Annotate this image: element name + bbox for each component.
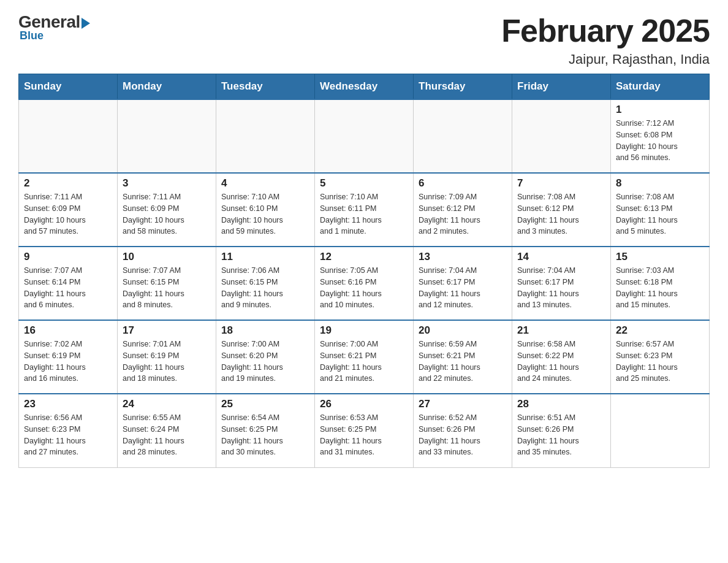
header-tuesday: Tuesday — [216, 74, 315, 100]
day-number: 9 — [24, 251, 112, 263]
day-info: Sunrise: 7:09 AM Sunset: 6:12 PM Dayligh… — [419, 191, 507, 237]
header-monday: Monday — [118, 74, 216, 100]
header-wednesday: Wednesday — [315, 74, 414, 100]
header-saturday: Saturday — [611, 74, 710, 100]
week-row-1: 1Sunrise: 7:12 AM Sunset: 6:08 PM Daylig… — [19, 99, 710, 173]
logo-blue-text: Blue — [20, 29, 44, 42]
header-thursday: Thursday — [414, 74, 512, 100]
day-info: Sunrise: 7:07 AM Sunset: 6:15 PM Dayligh… — [123, 265, 211, 311]
week-row-3: 9Sunrise: 7:07 AM Sunset: 6:14 PM Daylig… — [19, 247, 710, 320]
day-number: 4 — [221, 177, 309, 190]
table-row — [216, 99, 315, 173]
table-row — [315, 99, 414, 173]
day-info: Sunrise: 7:04 AM Sunset: 6:17 PM Dayligh… — [419, 265, 507, 311]
day-number: 2 — [24, 177, 112, 190]
table-row: 15Sunrise: 7:03 AM Sunset: 6:18 PM Dayli… — [611, 247, 710, 320]
day-info: Sunrise: 7:06 AM Sunset: 6:15 PM Dayligh… — [221, 265, 309, 311]
day-info: Sunrise: 7:12 AM Sunset: 6:08 PM Dayligh… — [616, 118, 704, 164]
day-number: 8 — [616, 177, 704, 190]
day-number: 11 — [221, 251, 309, 263]
day-number: 27 — [419, 398, 507, 410]
page-header: General Blue February 2025 Jaipur, Rajas… — [18, 12, 710, 67]
day-number: 17 — [123, 324, 211, 337]
table-row: 1Sunrise: 7:12 AM Sunset: 6:08 PM Daylig… — [611, 99, 710, 173]
day-info: Sunrise: 6:53 AM Sunset: 6:25 PM Dayligh… — [320, 412, 408, 458]
day-info: Sunrise: 6:55 AM Sunset: 6:24 PM Dayligh… — [123, 412, 211, 458]
day-info: Sunrise: 6:54 AM Sunset: 6:25 PM Dayligh… — [221, 412, 309, 458]
day-number: 22 — [616, 324, 704, 337]
header-sunday: Sunday — [19, 74, 118, 100]
day-info: Sunrise: 7:00 AM Sunset: 6:21 PM Dayligh… — [320, 339, 408, 385]
table-row — [611, 394, 710, 467]
logo: General Blue — [18, 12, 90, 42]
day-number: 14 — [517, 251, 605, 263]
table-row — [512, 99, 611, 173]
table-row: 27Sunrise: 6:52 AM Sunset: 6:26 PM Dayli… — [414, 394, 512, 467]
day-number: 21 — [517, 324, 605, 337]
day-info: Sunrise: 7:08 AM Sunset: 6:12 PM Dayligh… — [517, 191, 605, 237]
day-number: 24 — [123, 398, 211, 410]
calendar-title: February 2025 — [501, 12, 710, 49]
table-row: 12Sunrise: 7:05 AM Sunset: 6:16 PM Dayli… — [315, 247, 414, 320]
table-row — [118, 99, 216, 173]
table-row: 8Sunrise: 7:08 AM Sunset: 6:13 PM Daylig… — [611, 173, 710, 247]
table-row: 28Sunrise: 6:51 AM Sunset: 6:26 PM Dayli… — [512, 394, 611, 467]
title-block: February 2025 Jaipur, Rajasthan, India — [501, 12, 710, 67]
table-row: 22Sunrise: 6:57 AM Sunset: 6:23 PM Dayli… — [611, 320, 710, 394]
table-row: 21Sunrise: 6:58 AM Sunset: 6:22 PM Dayli… — [512, 320, 611, 394]
day-number: 20 — [419, 324, 507, 337]
day-info: Sunrise: 6:57 AM Sunset: 6:23 PM Dayligh… — [616, 339, 704, 385]
table-row: 26Sunrise: 6:53 AM Sunset: 6:25 PM Dayli… — [315, 394, 414, 467]
table-row: 20Sunrise: 6:59 AM Sunset: 6:21 PM Dayli… — [414, 320, 512, 394]
day-number: 23 — [24, 398, 112, 410]
day-info: Sunrise: 7:05 AM Sunset: 6:16 PM Dayligh… — [320, 265, 408, 311]
day-info: Sunrise: 7:07 AM Sunset: 6:14 PM Dayligh… — [24, 265, 112, 311]
day-info: Sunrise: 6:59 AM Sunset: 6:21 PM Dayligh… — [419, 339, 507, 385]
day-number: 6 — [419, 177, 507, 190]
table-row: 23Sunrise: 6:56 AM Sunset: 6:23 PM Dayli… — [19, 394, 118, 467]
day-info: Sunrise: 6:56 AM Sunset: 6:23 PM Dayligh… — [24, 412, 112, 458]
day-number: 13 — [419, 251, 507, 263]
table-row: 24Sunrise: 6:55 AM Sunset: 6:24 PM Dayli… — [118, 394, 216, 467]
table-row: 17Sunrise: 7:01 AM Sunset: 6:19 PM Dayli… — [118, 320, 216, 394]
week-row-2: 2Sunrise: 7:11 AM Sunset: 6:09 PM Daylig… — [19, 173, 710, 247]
day-info: Sunrise: 7:08 AM Sunset: 6:13 PM Dayligh… — [616, 191, 704, 237]
table-row: 13Sunrise: 7:04 AM Sunset: 6:17 PM Dayli… — [414, 247, 512, 320]
day-info: Sunrise: 7:11 AM Sunset: 6:09 PM Dayligh… — [24, 191, 112, 237]
table-row: 2Sunrise: 7:11 AM Sunset: 6:09 PM Daylig… — [19, 173, 118, 247]
table-row: 11Sunrise: 7:06 AM Sunset: 6:15 PM Dayli… — [216, 247, 315, 320]
day-info: Sunrise: 7:04 AM Sunset: 6:17 PM Dayligh… — [517, 265, 605, 311]
day-number: 5 — [320, 177, 408, 190]
table-row: 4Sunrise: 7:10 AM Sunset: 6:10 PM Daylig… — [216, 173, 315, 247]
week-row-4: 16Sunrise: 7:02 AM Sunset: 6:19 PM Dayli… — [19, 320, 710, 394]
table-row: 6Sunrise: 7:09 AM Sunset: 6:12 PM Daylig… — [414, 173, 512, 247]
day-number: 26 — [320, 398, 408, 410]
day-number: 18 — [221, 324, 309, 337]
table-row: 5Sunrise: 7:10 AM Sunset: 6:11 PM Daylig… — [315, 173, 414, 247]
day-info: Sunrise: 6:58 AM Sunset: 6:22 PM Dayligh… — [517, 339, 605, 385]
day-info: Sunrise: 7:11 AM Sunset: 6:09 PM Dayligh… — [123, 191, 211, 237]
table-row — [414, 99, 512, 173]
day-info: Sunrise: 7:03 AM Sunset: 6:18 PM Dayligh… — [616, 265, 704, 311]
table-row: 10Sunrise: 7:07 AM Sunset: 6:15 PM Dayli… — [118, 247, 216, 320]
day-number: 16 — [24, 324, 112, 337]
day-number: 3 — [123, 177, 211, 190]
table-row: 16Sunrise: 7:02 AM Sunset: 6:19 PM Dayli… — [19, 320, 118, 394]
day-number: 12 — [320, 251, 408, 263]
day-number: 10 — [123, 251, 211, 263]
day-info: Sunrise: 7:02 AM Sunset: 6:19 PM Dayligh… — [24, 339, 112, 385]
logo-arrow-icon — [82, 18, 90, 29]
day-number: 19 — [320, 324, 408, 337]
table-row: 25Sunrise: 6:54 AM Sunset: 6:25 PM Dayli… — [216, 394, 315, 467]
day-number: 15 — [616, 251, 704, 263]
calendar-header-row: Sunday Monday Tuesday Wednesday Thursday… — [19, 74, 710, 100]
day-number: 25 — [221, 398, 309, 410]
day-info: Sunrise: 7:00 AM Sunset: 6:20 PM Dayligh… — [221, 339, 309, 385]
header-friday: Friday — [512, 74, 611, 100]
day-info: Sunrise: 7:10 AM Sunset: 6:11 PM Dayligh… — [320, 191, 408, 237]
day-info: Sunrise: 7:10 AM Sunset: 6:10 PM Dayligh… — [221, 191, 309, 237]
day-number: 1 — [616, 104, 704, 116]
week-row-5: 23Sunrise: 6:56 AM Sunset: 6:23 PM Dayli… — [19, 394, 710, 467]
calendar-subtitle: Jaipur, Rajasthan, India — [501, 52, 710, 67]
day-info: Sunrise: 6:51 AM Sunset: 6:26 PM Dayligh… — [517, 412, 605, 458]
